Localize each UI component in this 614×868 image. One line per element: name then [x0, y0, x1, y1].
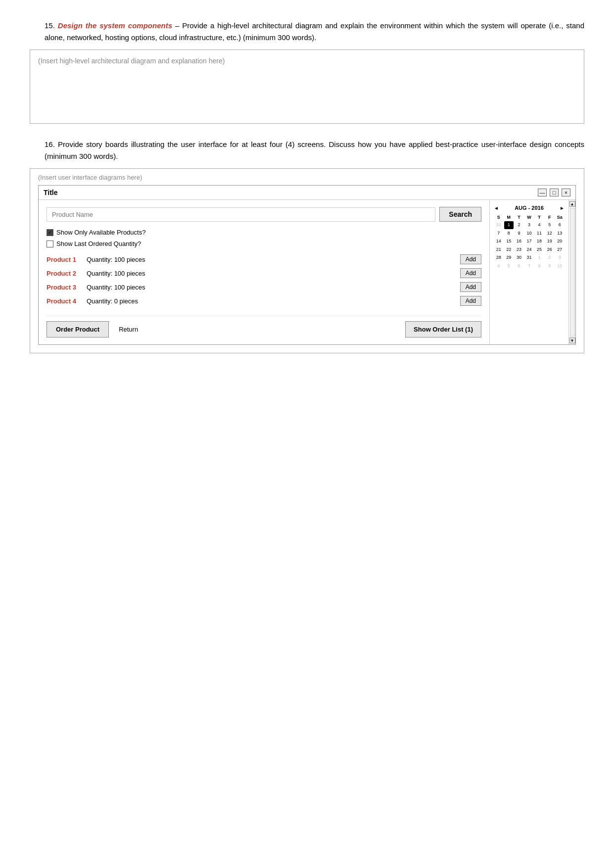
list-item[interactable]: 4	[494, 262, 504, 270]
list-item[interactable]: 16	[514, 238, 524, 245]
section-15-insert-box[interactable]: (Insert high-level architectural diagram…	[30, 49, 584, 124]
list-item[interactable]: 1	[504, 221, 514, 229]
cal-header-tue: T	[514, 214, 524, 221]
window-body: Search ✓ Show Only Available Products? S…	[39, 200, 575, 344]
cal-header-sun: S	[494, 214, 504, 221]
product-1-name: Product 1	[47, 256, 84, 263]
list-item[interactable]: 5	[545, 221, 555, 229]
window-main-content: Search ✓ Show Only Available Products? S…	[39, 200, 489, 344]
list-item[interactable]: 21	[494, 246, 504, 254]
list-item[interactable]: 14	[494, 238, 504, 245]
checkbox-available-icon: ✓	[47, 229, 53, 236]
search-row: Search	[47, 207, 481, 222]
list-item[interactable]: 13	[555, 230, 565, 238]
calendar-prev-button[interactable]: ◄	[494, 204, 499, 212]
product-4-qty: Quantity: 0 pieces	[87, 297, 457, 305]
scroll-down-arrow[interactable]: ▼	[569, 338, 575, 343]
product-3-add-button[interactable]: Add	[460, 282, 481, 292]
section-15-italic: Design the system components	[58, 21, 172, 30]
product-2-name: Product 2	[47, 270, 84, 277]
product-2-add-button[interactable]: Add	[460, 268, 481, 278]
scrollbar[interactable]: ▲ ▼	[568, 200, 575, 344]
checkbox-last-ordered[interactable]: Show Last Ordered Quantity?	[47, 240, 481, 247]
window-titlebar: Title — □ ×	[39, 186, 575, 200]
show-order-list-button[interactable]: Show Order List (1)	[405, 321, 481, 338]
search-button[interactable]: Search	[439, 207, 481, 222]
list-item[interactable]: 22	[504, 246, 514, 254]
list-item[interactable]: 20	[555, 238, 565, 245]
minimize-button[interactable]: —	[538, 189, 547, 196]
list-item[interactable]: 8	[534, 262, 544, 270]
list-item[interactable]: 30	[514, 254, 524, 262]
list-item[interactable]: 9	[545, 262, 555, 270]
list-item[interactable]: 7	[494, 230, 504, 238]
product-4-name: Product 4	[47, 297, 84, 305]
list-item[interactable]: 4	[534, 221, 544, 229]
list-item[interactable]: 28	[494, 254, 504, 262]
list-item[interactable]: 8	[504, 230, 514, 238]
section-15-text: 15. Design the system components – Provi…	[45, 20, 584, 44]
checkbox-available-label: Show Only Available Products?	[56, 229, 145, 236]
list-item[interactable]: 2	[545, 254, 555, 262]
section-15: 15. Design the system components – Provi…	[30, 20, 584, 124]
list-item[interactable]: 31	[524, 254, 534, 262]
scroll-up-arrow[interactable]: ▲	[569, 201, 575, 207]
maximize-button[interactable]: □	[550, 189, 559, 196]
list-item[interactable]: 19	[545, 238, 555, 245]
list-item[interactable]: 10	[555, 262, 565, 270]
list-item[interactable]: 6	[555, 221, 565, 229]
close-button[interactable]: ×	[562, 189, 570, 196]
list-item[interactable]: 27	[555, 246, 565, 254]
list-item[interactable]: 3	[524, 221, 534, 229]
order-product-button[interactable]: Order Product	[47, 321, 109, 338]
product-1-add-button[interactable]: Add	[460, 254, 481, 264]
table-row: Product 4 Quantity: 0 pieces Add	[47, 296, 481, 306]
checkbox-available-products[interactable]: ✓ Show Only Available Products?	[47, 229, 481, 236]
list-item[interactable]: 3	[555, 254, 565, 262]
table-row: Product 1 Quantity: 100 pieces Add	[47, 254, 481, 264]
list-item[interactable]: 23	[514, 246, 524, 254]
return-button[interactable]: Return	[114, 322, 143, 337]
list-item[interactable]: 11	[534, 230, 544, 238]
list-item[interactable]: 18	[534, 238, 544, 245]
ui-container: (Insert user interface diagrams here) Ti…	[30, 168, 584, 353]
product-2-qty: Quantity: 100 pieces	[87, 270, 457, 277]
product-name-input[interactable]	[47, 207, 435, 222]
list-item[interactable]: 25	[534, 246, 544, 254]
cal-header-sat: Sa	[555, 214, 565, 221]
section-16: 16. Provide story boards illustrating th…	[30, 139, 584, 353]
calendar-sidebar: ◄ AUG - 2016 ► S M T W T	[489, 200, 568, 344]
list-item[interactable]: 24	[524, 246, 534, 254]
cal-header-wed: W	[524, 214, 534, 221]
section-16-body: Provide story boards illustrating the us…	[45, 140, 584, 160]
list-item[interactable]: 1	[534, 254, 544, 262]
product-3-qty: Quantity: 100 pieces	[87, 284, 457, 291]
list-item[interactable]: 2	[514, 221, 524, 229]
list-item[interactable]: 12	[545, 230, 555, 238]
list-item[interactable]: 31	[494, 221, 504, 229]
list-item[interactable]: 10	[524, 230, 534, 238]
list-item[interactable]: 26	[545, 246, 555, 254]
list-item[interactable]: 15	[504, 238, 514, 245]
list-item[interactable]: 5	[504, 262, 514, 270]
list-item[interactable]: 9	[514, 230, 524, 238]
calendar-month-year: AUG - 2016	[515, 204, 544, 212]
table-row: Product 3 Quantity: 100 pieces Add	[47, 282, 481, 292]
section-15-dash: –	[175, 21, 182, 30]
list-item[interactable]: 17	[524, 238, 534, 245]
list-item[interactable]: 29	[504, 254, 514, 262]
section-15-insert-placeholder: (Insert high-level architectural diagram…	[38, 57, 225, 65]
list-item[interactable]: 6	[514, 262, 524, 270]
list-item[interactable]: 7	[524, 262, 534, 270]
scroll-track[interactable]	[570, 208, 575, 337]
section-16-text: 16. Provide story boards illustrating th…	[45, 139, 584, 162]
ui-placeholder-label: (Insert user interface diagrams here)	[38, 174, 576, 181]
section-15-number: 15.	[45, 21, 55, 30]
calendar-next-button[interactable]: ►	[560, 204, 565, 212]
checkbox-last-ordered-icon	[47, 241, 53, 247]
window-controls: — □ ×	[538, 189, 570, 196]
product-3-name: Product 3	[47, 284, 84, 291]
section-16-number: 16.	[45, 140, 55, 148]
product-1-qty: Quantity: 100 pieces	[87, 256, 457, 263]
product-4-add-button[interactable]: Add	[460, 296, 481, 306]
